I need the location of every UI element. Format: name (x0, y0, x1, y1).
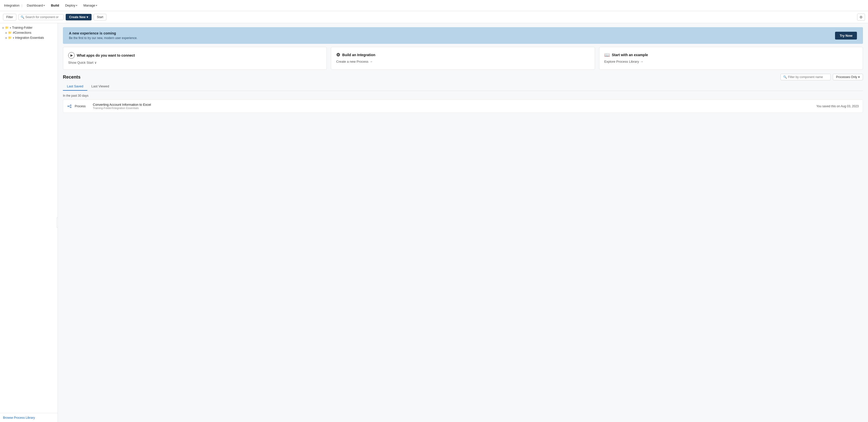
process-icon (67, 104, 72, 109)
filter-component-box: 🔍 (780, 74, 831, 80)
chevron-down-icon: ▾ (10, 26, 11, 29)
plus-icon: ⊕ (2, 26, 4, 29)
recent-saved-info: You saved this on Aug 03, 2023 (816, 105, 859, 108)
recents-section: Recents 🔍 Processes Only ▾ Last Saved (58, 74, 868, 113)
svg-point-2 (70, 107, 71, 108)
recents-header: Recents 🔍 Processes Only ▾ (63, 74, 863, 80)
create-new-label: Create New (69, 16, 86, 19)
arrow-right-icon: → (640, 60, 643, 63)
arrow-right-icon: → (369, 60, 373, 63)
svg-line-3 (69, 105, 70, 106)
nav-brand: Integration (4, 3, 19, 7)
card-example-action[interactable]: Explore Process Library → (604, 60, 858, 63)
nav-label-build: Build (51, 3, 59, 7)
cards-row: ▶ What apps do you want to connect Show … (58, 47, 868, 74)
search-icon: 🔍 (21, 16, 24, 19)
main-layout: ⊕ 📁 ▾ Training-Folder ⊕ 📁 #Connections ⊕… (0, 23, 868, 422)
recents-controls: 🔍 Processes Only ▾ (780, 74, 863, 80)
period-label: In the past 30 days (63, 94, 863, 97)
settings-button[interactable]: ⚙ (857, 13, 865, 21)
nav-label-deploy: Deploy (65, 3, 75, 7)
browse-process-library-link[interactable]: Browse Process Library (3, 416, 35, 420)
sidebar-item-connections[interactable]: ⊕ 📁 #Connections (0, 30, 58, 35)
chevron-down-icon: ▾ (87, 16, 88, 19)
sidebar-item-label: Integration Essentials (15, 36, 44, 39)
chevron-down-icon: ▾ (858, 75, 860, 79)
search-box: 🔍 (19, 14, 64, 20)
sidebar-item-integration-essentials[interactable]: ⊕ 📁 ▾ Integration Essentials (0, 35, 58, 40)
nav-label-dashboard: Dashboard (27, 3, 43, 7)
tab-last-saved-label: Last Saved (67, 84, 83, 88)
tab-last-viewed-label: Last Viewed (91, 84, 109, 88)
sidebar-item-label: #Connections (13, 31, 31, 34)
folder-icon: 📁 (8, 31, 12, 34)
top-nav: Integration | Dashboard ▾ Build Deploy ▾… (0, 0, 868, 11)
start-button[interactable]: Start (94, 14, 106, 20)
card-example[interactable]: 📖 Start with an example Explore Process … (599, 47, 863, 70)
chevron-down-icon: ▾ (76, 4, 77, 7)
nav-label-manage: Manage (83, 3, 95, 7)
recent-details: Converting Account Information to Excel … (93, 103, 151, 110)
folder-icon: 📁 (8, 36, 12, 39)
card-example-title: 📖 Start with an example (604, 52, 858, 58)
search-input[interactable] (25, 16, 61, 19)
filter-button[interactable]: Filter (3, 14, 17, 20)
svg-point-0 (68, 106, 69, 107)
sidebar-footer: Browse Process Library (0, 413, 58, 422)
tabs-row: Last Saved Last Viewed (63, 82, 863, 91)
chevron-down-icon: ▾ (96, 4, 97, 7)
sidebar: ⊕ 📁 ▾ Training-Folder ⊕ 📁 #Connections ⊕… (0, 23, 58, 422)
sidebar-collapse-handle[interactable]: ‹ (57, 218, 58, 228)
svg-line-4 (69, 106, 70, 107)
recent-path: Training-Folder/Integration Essentials (93, 107, 151, 110)
nav-item-manage[interactable]: Manage ▾ (81, 2, 100, 8)
tab-last-viewed[interactable]: Last Viewed (87, 82, 113, 91)
folder-icon: 📁 (5, 26, 9, 29)
plus-icon: ⊕ (5, 36, 7, 39)
banner: A new experience is coming Be the first … (63, 27, 863, 44)
tab-last-saved[interactable]: Last Saved (63, 82, 87, 91)
gear-integration-icon: ⚙ (336, 52, 340, 58)
toolbar: Filter 🔍 Create New ▾ Start ⚙ (0, 11, 868, 23)
recent-type-label: Process (75, 105, 90, 108)
banner-subtitle: Be the first to try our new, modern user… (69, 36, 137, 40)
sidebar-item-training-folder[interactable]: ⊕ 📁 ▾ Training-Folder (0, 25, 58, 30)
nav-item-deploy[interactable]: Deploy ▾ (63, 2, 80, 8)
card-quick-start-title: ▶ What apps do you want to connect (68, 52, 321, 59)
search-icon: 🔍 (783, 75, 787, 79)
chevron-down-icon: ∨ (94, 61, 97, 64)
card-quick-start-action[interactable]: Show Quick Start ∨ (68, 61, 321, 64)
main-content: A new experience is coming Be the first … (58, 23, 868, 422)
svg-point-1 (70, 105, 71, 106)
processes-only-dropdown[interactable]: Processes Only ▾ (833, 74, 863, 80)
recents-title: Recents (63, 75, 81, 80)
recent-name: Converting Account Information to Excel (93, 103, 151, 107)
nav-item-dashboard[interactable]: Dashboard ▾ (24, 2, 48, 8)
play-icon: ▶ (68, 52, 75, 59)
card-build-title: ⚙ Build an Integration (336, 52, 589, 58)
banner-text: A new experience is coming Be the first … (69, 31, 137, 40)
banner-title: A new experience is coming (69, 31, 137, 35)
card-quick-start[interactable]: ▶ What apps do you want to connect Show … (63, 47, 327, 70)
chevron-down-icon: ▾ (13, 36, 14, 39)
card-build-action[interactable]: Create a new Process → (336, 60, 589, 63)
plus-icon: ⊕ (5, 31, 7, 34)
filter-component-input[interactable] (788, 75, 828, 79)
create-new-button[interactable]: Create New ▾ (66, 14, 92, 20)
chevron-down-icon: ▾ (43, 4, 45, 7)
table-row[interactable]: Process Converting Account Information t… (63, 100, 863, 113)
try-now-button[interactable]: Try Now (835, 32, 857, 39)
gear-icon: ⚙ (860, 15, 863, 19)
card-build-integration[interactable]: ⚙ Build an Integration Create a new Proc… (331, 47, 595, 70)
sidebar-tree: ⊕ 📁 ▾ Training-Folder ⊕ 📁 #Connections ⊕… (0, 23, 58, 413)
book-icon: 📖 (604, 52, 610, 58)
processes-only-label: Processes Only (836, 75, 857, 79)
nav-item-build[interactable]: Build (48, 2, 62, 8)
sidebar-item-label: Training-Folder (12, 26, 32, 29)
